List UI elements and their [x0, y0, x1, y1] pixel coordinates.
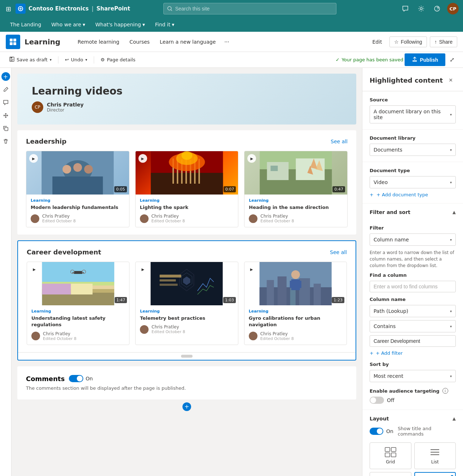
settings-icon[interactable]: [415, 3, 427, 14]
play-button-1[interactable]: ▶: [29, 154, 38, 163]
search-input[interactable]: [175, 6, 332, 12]
doc-library-select[interactable]: Documents ▾: [370, 144, 456, 156]
sort-by-arrow: ▾: [450, 374, 452, 378]
publish-button[interactable]: Publish: [405, 53, 445, 66]
undo-button[interactable]: ↩ Undo ▾: [61, 55, 91, 65]
career-see-all[interactable]: See all: [330, 249, 347, 255]
add-document-type-button[interactable]: + + Add document type: [370, 192, 456, 197]
search-box[interactable]: [163, 3, 336, 14]
layout-collapse-icon[interactable]: ▲: [453, 416, 456, 421]
save-as-draft-button[interactable]: Save as draft ▾: [6, 54, 55, 65]
layout-option-carousel[interactable]: Carousel: [370, 472, 411, 476]
find-column-input[interactable]: [370, 281, 456, 292]
comments-toggle[interactable]: On: [69, 375, 93, 382]
filter-sort-title: Filter and sort: [370, 209, 410, 215]
video-card-leadership-2[interactable]: ▶ 0:07 Learning Lighting the spark Chris…: [135, 151, 239, 227]
toggle-control[interactable]: [69, 375, 83, 382]
contains-select[interactable]: Contains ▾: [370, 320, 456, 332]
career-section-header: Career development See all: [27, 248, 347, 256]
author-details: Chris Pratley Director: [47, 102, 84, 113]
page-nav-learn-language[interactable]: Learn a new language: [155, 37, 220, 47]
help-icon[interactable]: [431, 3, 443, 14]
leadership-see-all[interactable]: See all: [331, 139, 348, 144]
share-button[interactable]: ↑ Share: [430, 36, 457, 47]
audience-targeting-label: Enable audience targeting: [370, 388, 440, 394]
avatar[interactable]: CP: [447, 3, 459, 14]
panel-close-button[interactable]: ✕: [446, 75, 456, 85]
video-card-career-3[interactable]: ▶ 1:23 Learning Gyro calibrations for ur…: [244, 262, 347, 345]
page-icon: [6, 35, 20, 49]
page-details-button[interactable]: ⚙ Page details: [97, 55, 139, 65]
video-card-career-1[interactable]: ▶ 1:47 Learning Understanding latest saf…: [27, 262, 129, 345]
site-nav-item-findit[interactable]: Find it ▾: [151, 19, 179, 30]
resize-handle[interactable]: [18, 352, 356, 360]
play-button-career-3[interactable]: ▶: [247, 265, 256, 274]
layout-section: Layout ▲ On Show title and commands: [362, 410, 463, 476]
source-dropdown-arrow: ▾: [450, 113, 452, 117]
comment-icon[interactable]: [400, 3, 411, 14]
sort-by-label: Sort by: [370, 362, 456, 367]
edit-button[interactable]: Edit: [368, 37, 386, 47]
app-logo[interactable]: Contoso Electronics | SharePoint: [16, 4, 130, 14]
video-author-1: Chris Pratley Edited October 8: [31, 214, 125, 223]
layout-option-grid[interactable]: Grid: [370, 442, 411, 469]
column-name-select[interactable]: Path (Lookup) ▾: [370, 305, 456, 317]
site-nav-item-whathappening[interactable]: What's happening ▾: [91, 19, 149, 30]
svg-point-15: [62, 165, 71, 174]
audience-toggle[interactable]: [370, 397, 384, 404]
add-filter-button[interactable]: + + Add filter: [370, 350, 456, 356]
move-sidebar-icon[interactable]: [0, 110, 12, 121]
sort-by-select[interactable]: Most recent ▾: [370, 370, 456, 382]
site-nav-item-whoweare[interactable]: Who we are ▾: [47, 19, 89, 30]
video-card-leadership-3[interactable]: ▶ 0:47 Learning Heading in the same dire…: [244, 151, 348, 227]
copy-sidebar-icon[interactable]: [0, 123, 12, 134]
expand-button[interactable]: ⤢: [447, 54, 457, 65]
svg-rect-56: [160, 279, 176, 281]
video-thumbnail-career-3: ▶ 1:23: [244, 262, 347, 305]
publish-icon: [412, 56, 418, 63]
show-title-toggle[interactable]: [370, 428, 383, 435]
app-logo-icon: [16, 4, 26, 14]
svg-rect-46: [74, 271, 83, 274]
filter-select[interactable]: Column name ▾: [370, 233, 456, 246]
video-author-details-1: Chris Pratley Edited October 8: [42, 214, 76, 223]
contains-value: Contains: [374, 323, 396, 329]
video-card-career-2[interactable]: ▶ 1:03 Learning Telemetry best practices…: [135, 262, 238, 345]
filter-value-input[interactable]: [370, 335, 456, 347]
waffle-icon[interactable]: ⊞: [4, 4, 13, 14]
page-nav-courses[interactable]: Courses: [125, 37, 154, 47]
video-author-details-career-1: Chris Pratley Edited October 8: [43, 331, 76, 341]
play-button-career-1[interactable]: ▶: [30, 265, 39, 274]
doc-type-select[interactable]: Video ▾: [370, 176, 456, 188]
video-author-details-2: Chris Pratley Edited October 8: [151, 214, 185, 223]
comment-sidebar-icon[interactable]: [0, 97, 12, 108]
career-video-grid: ▶ 1:47 Learning Understanding latest saf…: [27, 262, 347, 345]
video-author-avatar-3: [249, 214, 257, 223]
video-title-3: Heading in the same direction: [249, 204, 343, 211]
page-nav-more[interactable]: ···: [221, 37, 232, 47]
source-select[interactable]: A document library on this site ▾: [370, 105, 456, 123]
delete-sidebar-icon[interactable]: [0, 136, 12, 147]
play-button-2[interactable]: ▶: [138, 154, 147, 163]
page-nav-remote-learning[interactable]: Remote learning: [73, 37, 124, 47]
check-icon: ✓: [336, 57, 340, 62]
following-button[interactable]: ☆ Following: [389, 36, 427, 47]
svg-point-17: [84, 165, 93, 174]
column-name-value: Path (Lookup): [374, 308, 408, 314]
svg-rect-7: [10, 42, 13, 45]
filter-sort-collapse-icon[interactable]: ▲: [453, 210, 456, 215]
svg-point-3: [420, 8, 422, 10]
edit-sidebar-icon[interactable]: [0, 84, 12, 95]
nav-icons: CP: [400, 3, 459, 14]
audience-info-icon[interactable]: i: [442, 388, 448, 394]
layout-option-filmstrip[interactable]: Filmstrip: [414, 472, 456, 476]
video-category-3: Learning: [249, 198, 343, 203]
add-section-top-button[interactable]: +: [1, 72, 10, 81]
site-nav-item-landing[interactable]: The Landing: [6, 19, 45, 30]
page-header-actions: Edit ☆ Following ↑ Share: [368, 36, 457, 47]
page-header: Learning Remote learning Courses Learn a…: [0, 32, 463, 52]
add-section-bottom-button[interactable]: +: [17, 399, 356, 414]
layout-option-list[interactable]: List: [414, 442, 456, 469]
video-card-leadership-1[interactable]: ▶ 0:05 Learning Modern leadership fundam…: [26, 151, 129, 227]
resize-drag-handle[interactable]: [181, 355, 193, 358]
